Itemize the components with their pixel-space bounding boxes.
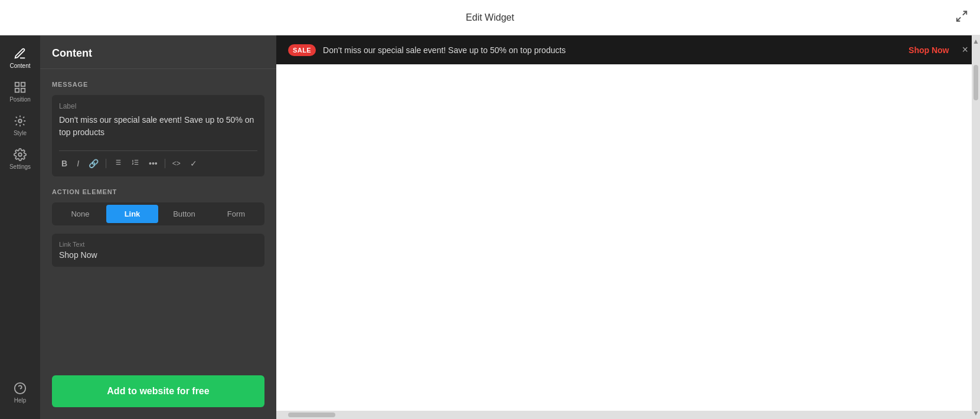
header-title: Edit Widget <box>466 12 514 23</box>
scrollbar-thumb[interactable] <box>974 65 978 100</box>
list-unordered-button[interactable] <box>111 157 124 169</box>
message-box[interactable]: Label Don't miss our special sale event!… <box>52 95 264 176</box>
toolbar-divider-1 <box>106 159 106 168</box>
check-button[interactable]: ✓ <box>188 158 200 169</box>
preview-canvas <box>276 64 980 411</box>
sidebar-item-help[interactable]: Help <box>14 376 27 410</box>
link-button[interactable]: 🔗 <box>86 158 101 169</box>
svg-point-6 <box>18 119 22 123</box>
message-text[interactable]: Don't miss our special sale event! Save … <box>59 114 257 143</box>
svg-line-0 <box>963 11 966 15</box>
widget-banner: SALE Don't miss our special sale event! … <box>276 35 980 64</box>
message-placeholder: Label <box>59 102 257 110</box>
preview-area: SALE Don't miss our special sale event! … <box>276 35 980 419</box>
bold-button[interactable]: B <box>59 158 70 169</box>
content-panel-title: Content <box>40 35 276 69</box>
tab-form[interactable]: Form <box>210 205 262 223</box>
sidebar-item-content[interactable]: Content <box>0 41 40 75</box>
action-element-section: ACTION ELEMENT None Link Button Form Lin… <box>52 188 264 267</box>
preview-scrollbar: ▲ ▼ <box>972 35 980 419</box>
sidebar-position-label: Position <box>9 96 31 103</box>
tab-none[interactable]: None <box>54 205 106 223</box>
italic-button[interactable]: I <box>74 158 81 169</box>
link-text-label: Link Text <box>59 241 257 248</box>
banner-message: Don't miss our special sale event! Save … <box>323 45 901 55</box>
icon-sidebar: Content Position Style Settings <box>0 35 40 419</box>
preview-bottom-thumb[interactable] <box>288 413 335 417</box>
preview-bottom-scrollbar <box>276 411 980 419</box>
svg-rect-5 <box>21 89 25 92</box>
svg-rect-3 <box>21 83 25 86</box>
action-tabs: None Link Button Form <box>52 202 264 225</box>
sidebar-content-label: Content <box>9 63 30 69</box>
add-to-website-button[interactable]: Add to website for free <box>52 375 264 407</box>
scrollbar-up-arrow[interactable]: ▲ <box>971 35 980 47</box>
banner-close-button[interactable]: × <box>962 44 968 56</box>
link-text-field[interactable]: Link Text Shop Now <box>52 234 264 267</box>
sidebar-item-style[interactable]: Style <box>0 109 40 142</box>
sidebar-item-position[interactable]: Position <box>0 75 40 109</box>
more-button[interactable]: ••• <box>146 158 160 169</box>
svg-rect-4 <box>15 89 19 92</box>
svg-rect-2 <box>15 83 19 86</box>
main-layout: Content Position Style Settings <box>0 35 980 419</box>
sidebar-help-label: Help <box>14 397 27 404</box>
content-panel-body: MESSAGE Label Don't miss our special sal… <box>40 69 276 369</box>
svg-line-1 <box>957 17 961 21</box>
header: Edit Widget <box>0 0 980 35</box>
sidebar-settings-label: Settings <box>9 163 31 170</box>
toolbar-divider-2 <box>165 159 165 168</box>
link-text-value[interactable]: Shop Now <box>59 250 257 260</box>
tab-link[interactable]: Link <box>106 205 158 223</box>
sale-badge: SALE <box>288 44 316 56</box>
scrollbar-down-arrow[interactable]: ▼ <box>971 407 980 419</box>
content-panel: Content MESSAGE Label Don't miss our spe… <box>40 35 276 419</box>
message-toolbar: B I 🔗 ••• <> ✓ <box>59 150 257 169</box>
message-section-label: MESSAGE <box>52 81 264 88</box>
svg-point-7 <box>18 153 22 156</box>
action-element-label: ACTION ELEMENT <box>52 188 264 195</box>
tab-button[interactable]: Button <box>158 205 210 223</box>
message-section: MESSAGE Label Don't miss our special sal… <box>52 81 264 176</box>
list-ordered-button[interactable] <box>129 157 142 169</box>
expand-button[interactable] <box>955 9 968 25</box>
code-button[interactable]: <> <box>170 158 183 169</box>
sidebar-item-settings[interactable]: Settings <box>0 142 40 176</box>
banner-link[interactable]: Shop Now <box>909 45 949 55</box>
sidebar-style-label: Style <box>14 130 27 136</box>
